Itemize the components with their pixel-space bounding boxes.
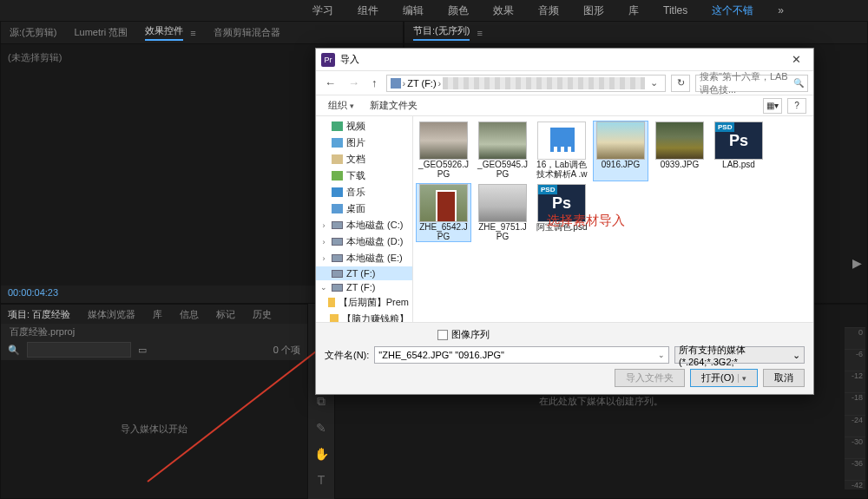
project-drop-zone[interactable]: 导入媒体以开始	[1, 360, 307, 498]
help-button[interactable]: ?	[787, 98, 806, 114]
tab-history[interactable]: 历史	[253, 308, 272, 321]
close-button[interactable]: ✕	[785, 51, 808, 68]
open-button[interactable]: 打开(O)▾	[690, 369, 758, 387]
file-name: _GEO5945.JPG	[476, 160, 529, 179]
video-icon	[332, 121, 343, 131]
tree-item[interactable]: ›本地磁盘 (E:)	[316, 250, 412, 266]
refresh-button[interactable]: ↻	[671, 75, 690, 92]
file-item[interactable]: 0916.JPG	[594, 121, 648, 181]
tree-item[interactable]: 文档	[316, 151, 412, 167]
tree-item[interactable]: ⌄ZT (F:)	[316, 280, 412, 294]
filename-dropdown-icon[interactable]: ⌄	[658, 351, 665, 359]
tree-item[interactable]: 桌面	[316, 200, 412, 217]
tree-item[interactable]: ›本地磁盘 (C:)	[316, 217, 412, 233]
ws-tab[interactable]: 库	[628, 3, 639, 18]
tree-item[interactable]: 【脑力赚钱粮】	[316, 311, 412, 322]
type-tool-icon[interactable]: T	[318, 473, 326, 487]
filename-input[interactable]: "ZHE_6542.JPG" "0916.JPG" ⌄	[374, 346, 669, 364]
breadcrumb[interactable]: › ZT (F:) › ⌄	[386, 75, 667, 92]
hand-tool-icon[interactable]: ✋	[314, 447, 329, 461]
slip-tool-icon[interactable]: ⧉	[317, 394, 326, 409]
file-name: 0916.JPG	[602, 160, 640, 169]
ws-tab[interactable]: 颜色	[448, 3, 469, 18]
tab-source[interactable]: 源:(无剪辑)	[10, 26, 56, 39]
panel-menu-icon[interactable]: ≡	[477, 28, 482, 38]
app-icon: Pr	[321, 53, 335, 67]
play-icon[interactable]: ▶	[852, 256, 862, 270]
ws-tab[interactable]: 组件	[358, 3, 378, 18]
tab-project[interactable]: 项目: 百度经验	[8, 308, 70, 321]
ws-tab[interactable]: 音频	[538, 3, 559, 18]
tree-item[interactable]: 下载	[316, 167, 412, 184]
file-item[interactable]: PSDPsLAB.psd	[712, 121, 766, 181]
filter-value: 所有支持的媒体 (*.264;*.3G2;*	[679, 344, 792, 367]
file-item[interactable]: _GEO5926.JPG	[417, 121, 470, 181]
tab-effect-controls[interactable]: 效果控件	[145, 24, 183, 41]
tab-program[interactable]: 节目:(无序列)	[413, 24, 470, 41]
tab-markers[interactable]: 标记	[216, 308, 235, 321]
folder-tree[interactable]: 视频图片文档下载音乐桌面›本地磁盘 (C:)›本地磁盘 (D:)›本地磁盘 (E…	[316, 116, 413, 322]
file-thumbnail	[596, 121, 645, 160]
tree-item-label: 桌面	[346, 202, 365, 215]
project-search-input[interactable]	[27, 342, 131, 358]
desk-icon	[332, 204, 343, 213]
organize-button[interactable]: 组织	[323, 98, 359, 113]
tree-item-label: 【脑力赚钱粮】	[342, 312, 409, 322]
image-sequence-checkbox[interactable]	[437, 330, 448, 340]
tab-audio-mixer[interactable]: 音频剪辑混合器	[214, 26, 280, 39]
search-icon[interactable]: 🔍	[8, 345, 20, 356]
tab-lumetri[interactable]: Lumetri 范围	[74, 26, 128, 39]
cancel-button[interactable]: 取消	[763, 369, 805, 387]
crumb-drive[interactable]: ZT (F:)	[407, 78, 436, 89]
project-tabs: 项目: 百度经验 媒体浏览器 库 信息 标记 历史	[1, 305, 307, 324]
file-item[interactable]: ZHE_9751.JPG	[476, 184, 529, 241]
tab-media-browser[interactable]: 媒体浏览器	[88, 308, 135, 321]
tree-item[interactable]: ZT (F:)	[316, 266, 412, 280]
pic-icon	[332, 138, 343, 148]
tree-item[interactable]: 视频	[316, 118, 412, 135]
file-item[interactable]: _GEO5945.JPG	[476, 121, 529, 181]
tree-item-label: ZT (F:)	[346, 282, 375, 292]
ws-overflow-icon[interactable]: »	[778, 4, 784, 16]
fold-icon	[328, 298, 335, 307]
tab-library[interactable]: 库	[153, 308, 162, 321]
panel-menu-icon[interactable]: ≡	[190, 28, 195, 38]
filter-dropdown-icon: ⌄	[792, 350, 800, 361]
tree-item[interactable]: 图片	[316, 135, 412, 151]
project-panel: 项目: 百度经验 媒体浏览器 库 信息 标记 历史 百度经验.prproj 🔍 …	[0, 304, 308, 499]
tree-item[interactable]: 【后期菌】Prem	[316, 294, 412, 311]
ws-tab[interactable]: 编辑	[403, 3, 424, 18]
view-mode-button[interactable]: ▦▾	[763, 98, 782, 114]
file-item[interactable]: ZHE_6542.JPG	[417, 184, 470, 241]
tree-item-label: 下载	[346, 169, 365, 182]
meter-tick: -24	[845, 415, 865, 424]
search-icon: 🔍	[793, 78, 804, 88]
file-item[interactable]: 16，Lab调色技术解析A .wmv	[535, 121, 589, 181]
ws-tab[interactable]: Titles	[663, 4, 687, 16]
file-thumbnail	[478, 121, 527, 160]
ws-tab[interactable]: 图形	[583, 3, 604, 18]
tree-item[interactable]: 音乐	[316, 184, 412, 200]
meter-tick: -18	[845, 392, 865, 402]
tree-item[interactable]: ›本地磁盘 (D:)	[316, 233, 412, 250]
dialog-titlebar: Pr 导入 ✕	[316, 49, 813, 71]
nav-back-icon[interactable]: ←	[321, 75, 339, 91]
dialog-search-input[interactable]: 搜索"第十六章，LAB调色技... 🔍	[695, 75, 808, 92]
filename-value: "ZHE_6542.JPG" "0916.JPG"	[378, 350, 504, 360]
hdd-icon	[332, 238, 343, 246]
file-thumbnail: PSDPs	[714, 121, 763, 160]
bin-icon[interactable]: ▭	[138, 345, 147, 356]
pen-tool-icon[interactable]: ✎	[316, 421, 326, 435]
tab-info[interactable]: 信息	[180, 308, 199, 321]
file-name: 16，Lab调色技术解析A .wmv	[535, 160, 589, 181]
tree-item-label: 【后期菌】Prem	[339, 296, 409, 309]
ws-tab[interactable]: 效果	[493, 3, 514, 18]
ws-tab-active[interactable]: 这个不错	[712, 3, 753, 18]
new-folder-button[interactable]: 新建文件夹	[365, 98, 423, 113]
ws-tab[interactable]: 学习	[312, 3, 333, 18]
down-icon	[332, 171, 343, 181]
nav-up-icon[interactable]: ↑	[368, 75, 381, 91]
file-item[interactable]: 0939.JPG	[653, 121, 707, 181]
crumb-dropdown-icon[interactable]: ⌄	[647, 77, 661, 89]
file-filter-dropdown[interactable]: 所有支持的媒体 (*.264;*.3G2;* ⌄	[674, 346, 805, 364]
